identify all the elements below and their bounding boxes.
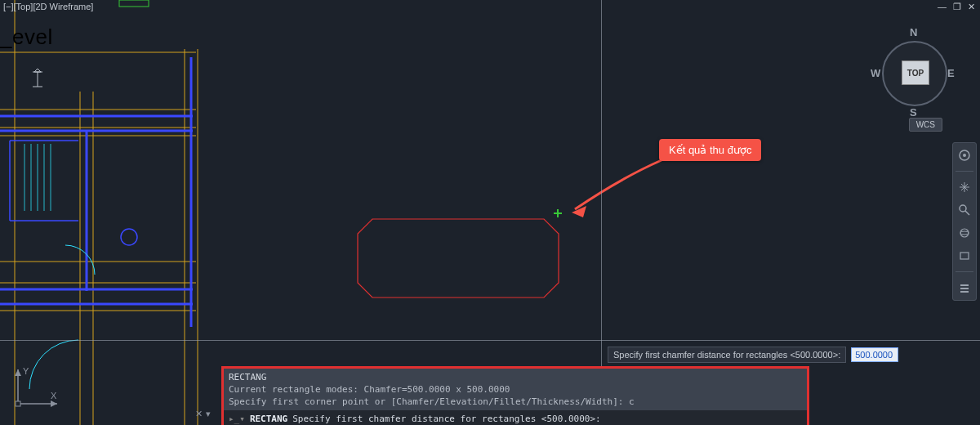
svg-line-32 — [965, 211, 969, 215]
window-minimize-button[interactable]: — — [936, 2, 948, 12]
svg-rect-37 — [960, 288, 969, 289]
viewcube-east-label[interactable]: E — [947, 67, 955, 79]
svg-point-33 — [960, 229, 969, 237]
datum-marker — [29, 67, 49, 95]
orbit-button[interactable] — [956, 224, 973, 242]
active-command-name: RECTANG — [250, 414, 287, 424]
wcs-badge[interactable]: WCS — [909, 118, 942, 132]
pick-point-marker — [554, 209, 562, 217]
crosshair-horizontal — [0, 340, 980, 341]
viewcube-top-face[interactable]: TOP — [902, 60, 929, 85]
level-text: _evel — [0, 25, 53, 50]
nav-menu-button[interactable] — [956, 279, 973, 297]
viewcube-north-label[interactable]: N — [910, 26, 917, 38]
svg-point-26 — [121, 229, 137, 245]
navigation-bar — [952, 142, 977, 301]
pan-button[interactable] — [956, 178, 973, 196]
command-window: RECTANG Current rectangle modes: Chamfer… — [221, 366, 809, 425]
svg-rect-43 — [16, 401, 20, 406]
nav-wheel-button[interactable] — [956, 146, 973, 164]
svg-point-31 — [960, 205, 966, 212]
svg-rect-38 — [960, 291, 969, 293]
command-history-line: RECTANG — [229, 371, 802, 383]
window-close-button[interactable]: ✕ — [966, 2, 977, 12]
command-history-line: Current rectangle modes: Chamfer=500.000… — [229, 383, 802, 396]
command-history: RECTANG Current rectangle modes: Chamfer… — [224, 369, 807, 410]
svg-marker-40 — [51, 400, 57, 407]
command-recent-icon[interactable]: ▾ — [206, 409, 211, 419]
dynamic-prompt-input[interactable] — [851, 347, 898, 362]
nav-separator — [956, 271, 973, 272]
svg-rect-27 — [119, 0, 149, 7]
active-command-prompt: Specify first chamfer distance for recta… — [292, 414, 601, 424]
viewcube-west-label[interactable]: W — [871, 67, 880, 79]
dynamic-prompt-text: Specify first chamfer distance for recta… — [608, 347, 846, 363]
ucs-x-label: X — [51, 391, 57, 400]
zoom-button[interactable] — [956, 201, 973, 219]
command-close-icon[interactable]: ✕ — [195, 409, 203, 419]
viewcube[interactable]: TOP N E S W — [874, 25, 956, 114]
nav-separator — [956, 171, 973, 172]
window-controls: — ❐ ✕ — [936, 2, 977, 12]
window-restore-button[interactable]: ❐ — [951, 2, 963, 12]
command-line-controls: ✕ ▾ — [195, 409, 211, 419]
svg-rect-36 — [960, 284, 969, 286]
viewcube-south-label[interactable]: S — [910, 106, 917, 119]
svg-rect-35 — [960, 253, 969, 259]
ucs-icon[interactable]: X Y — [10, 363, 67, 415]
app-root: [−][Top][2D Wireframe] _evel — ❐ ✕ Kết q… — [0, 0, 980, 425]
crosshair-vertical — [601, 0, 602, 425]
dynamic-input-prompt: Specify first chamfer distance for recta… — [608, 347, 898, 363]
showmotion-button[interactable] — [956, 247, 973, 265]
ucs-y-label: Y — [23, 366, 29, 376]
svg-point-30 — [963, 154, 966, 157]
annotation-callout: Kết quả thu được — [659, 139, 761, 161]
command-history-line: Specify first corner point or [Chamfer/E… — [229, 396, 802, 408]
viewport-label[interactable]: [−][Top][2D Wireframe] — [3, 2, 93, 11]
command-input-line[interactable]: ▸_▾ RECTANG Specify first chamfer distan… — [224, 410, 807, 425]
svg-marker-42 — [15, 369, 21, 376]
svg-point-34 — [960, 231, 969, 235]
command-prompt-icon: ▸_▾ — [229, 414, 245, 424]
